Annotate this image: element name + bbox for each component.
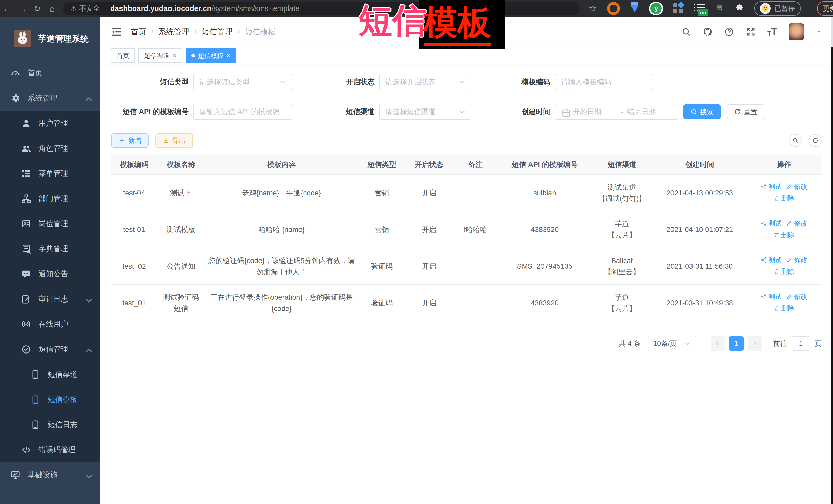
sidebar-menu: 首页系统管理用户管理角色管理菜单管理部门管理岗位管理字典管理通知公告审计日志在线… <box>0 61 100 504</box>
security-label[interactable]: 不安全 <box>79 4 100 13</box>
breadcrumb-item[interactable]: 短信管理 <box>202 27 233 37</box>
tab-1[interactable]: 短信渠道× <box>139 48 182 63</box>
sidebar-item-4[interactable]: 菜单管理 <box>0 161 100 186</box>
search-button[interactable]: 搜索 <box>683 104 721 119</box>
date-range-picker[interactable]: 开始日期-结束日期 <box>555 103 678 120</box>
sidebar-item-6[interactable]: 岗位管理 <box>0 211 100 236</box>
delete-link[interactable]: 删除 <box>774 303 794 313</box>
breadcrumb-separator: / <box>238 27 240 36</box>
tab-2[interactable]: 短信模板× <box>186 48 236 63</box>
sidebar-item-5[interactable]: 部门管理 <box>0 186 100 211</box>
breadcrumb-item[interactable]: 首页 <box>131 27 146 37</box>
tab-0[interactable]: 首页 <box>111 48 135 63</box>
close-tab-icon[interactable]: × <box>227 52 230 59</box>
sidebar-item-8[interactable]: 通知公告 <box>0 262 100 287</box>
sidebar-item-7[interactable]: 字典管理 <box>0 236 100 262</box>
sidebar-item-13[interactable]: 短信模板 <box>0 387 100 412</box>
delete-link[interactable]: 删除 <box>774 193 794 203</box>
reset-button[interactable]: 重置 <box>727 104 764 119</box>
browser-forward-icon[interactable]: → <box>15 4 30 14</box>
filter-select[interactable]: 请选择开启状态 <box>379 74 472 90</box>
filter-row-0: 短信类型请选择短信类型开启状态请选择开启状态模板编码请输入模板编码 <box>111 74 822 90</box>
sidebar-item-1[interactable]: 系统管理 <box>0 86 100 111</box>
github-icon[interactable] <box>703 27 713 37</box>
sidebar-item-11[interactable]: 短信管理 <box>0 337 100 362</box>
cell-name: 测试下 <box>157 174 205 211</box>
update-label: 更新 <box>823 4 833 13</box>
sidebar-item-9[interactable]: 审计日志 <box>0 287 100 312</box>
goto-page-input[interactable]: 1 <box>792 336 810 351</box>
add-button[interactable]: 新增 <box>111 133 149 148</box>
filter-input[interactable]: 请输入模板编码 <box>555 74 652 90</box>
filter-label: 短信 API 的模板编号 <box>111 107 193 117</box>
extension-grid-icon[interactable] <box>673 3 684 14</box>
browser-back-icon[interactable]: ← <box>0 4 15 14</box>
sidebar-item-12[interactable]: 短信渠道 <box>0 362 100 387</box>
sidebar-item-label: 首页 <box>28 68 43 78</box>
filter-input[interactable]: 请输入短信 API 的模板编 <box>193 103 292 120</box>
browser-update-pill[interactable]: 更新 ⋮ <box>817 1 833 16</box>
sidebar-item-2[interactable]: 用户管理 <box>0 111 100 136</box>
test-link[interactable]: 测试 <box>761 218 782 229</box>
sidebar-item-14[interactable]: 短信日志 <box>0 412 100 437</box>
sidebar-item-3[interactable]: 角色管理 <box>0 136 100 161</box>
extension-donut-icon[interactable] <box>607 2 620 15</box>
filter-select[interactable]: 请选择短信类型 <box>193 74 292 90</box>
column-header: 短信渠道 <box>591 155 653 174</box>
collapse-sidebar-icon[interactable] <box>111 26 122 38</box>
chevron-down-icon <box>84 471 91 479</box>
fullscreen-icon[interactable] <box>746 27 756 37</box>
edit-link[interactable]: 修改 <box>786 218 807 229</box>
delete-link[interactable]: 删除 <box>774 230 794 240</box>
extensions-puzzle-icon[interactable] <box>735 3 744 14</box>
test-link[interactable]: 测试 <box>761 291 782 302</box>
edit-link[interactable]: 修改 <box>786 255 807 265</box>
chevron-down-icon[interactable] <box>815 28 822 35</box>
sidebar-logo[interactable]: 芋道管理系统 <box>0 17 100 61</box>
export-button[interactable]: 导出 <box>156 133 193 148</box>
user-avatar[interactable] <box>789 23 804 40</box>
prev-page-button[interactable] <box>711 336 725 351</box>
bookmark-star-icon[interactable]: ☆ <box>589 3 597 14</box>
close-tab-icon[interactable]: × <box>173 52 176 59</box>
column-header: 备注 <box>452 155 498 174</box>
sidebar-item-16[interactable]: 基础设施 <box>0 462 100 487</box>
extension-magnifier-icon[interactable] <box>715 3 724 14</box>
sidebar-item-15[interactable]: 错误码管理 <box>0 437 100 462</box>
tags-bar: 首页短信渠道×短信模板× <box>100 47 833 65</box>
dashboard-icon <box>10 68 21 78</box>
test-link[interactable]: 测试 <box>761 255 782 265</box>
font-size-icon[interactable]: TT <box>767 27 777 37</box>
extension-y-icon[interactable]: y <box>649 2 663 16</box>
delete-link[interactable]: 删除 <box>774 266 794 277</box>
sidebar-item-label: 角色管理 <box>39 143 68 153</box>
filter-label: 开启状态 <box>292 77 379 87</box>
test-link[interactable]: 测试 <box>761 182 782 192</box>
filter-select[interactable]: 请选择短信渠道 <box>379 103 472 120</box>
edit-pen-icon <box>786 220 792 226</box>
breadcrumb-item[interactable]: 系统管理 <box>159 27 189 37</box>
help-icon[interactable] <box>724 27 734 37</box>
edit-link[interactable]: 修改 <box>786 182 807 192</box>
show-search-button[interactable] <box>789 134 802 147</box>
search-icon[interactable] <box>681 27 691 37</box>
column-header: 操作 <box>746 155 822 174</box>
tab-label: 短信渠道 <box>144 51 170 60</box>
next-page-button[interactable] <box>747 336 762 351</box>
page-size-select[interactable]: 10条/页 <box>648 336 696 351</box>
sidebar-item-0[interactable]: 首页 <box>0 61 100 86</box>
sidebar-item-10[interactable]: 在线用户 <box>0 312 100 337</box>
edit-link[interactable]: 修改 <box>786 291 807 302</box>
extension-list-icon[interactable]: on <box>694 3 705 14</box>
browser-reload-icon[interactable]: ↻ <box>30 3 45 14</box>
browser-home-icon[interactable]: ⌂ <box>45 4 60 14</box>
profile-paused-pill[interactable]: 已暂停 <box>754 1 801 16</box>
refresh-button[interactable] <box>809 134 822 147</box>
scrollbar[interactable] <box>831 47 833 504</box>
cell-created-at: 2021-04-10 01:07:21 <box>653 211 746 248</box>
filter-label: 短信类型 <box>111 77 193 87</box>
scrollbar-track[interactable] <box>831 17 833 47</box>
page-number-button[interactable]: 1 <box>729 336 743 351</box>
extension-gem-icon[interactable] <box>630 5 639 12</box>
calendar-icon <box>561 108 569 116</box>
